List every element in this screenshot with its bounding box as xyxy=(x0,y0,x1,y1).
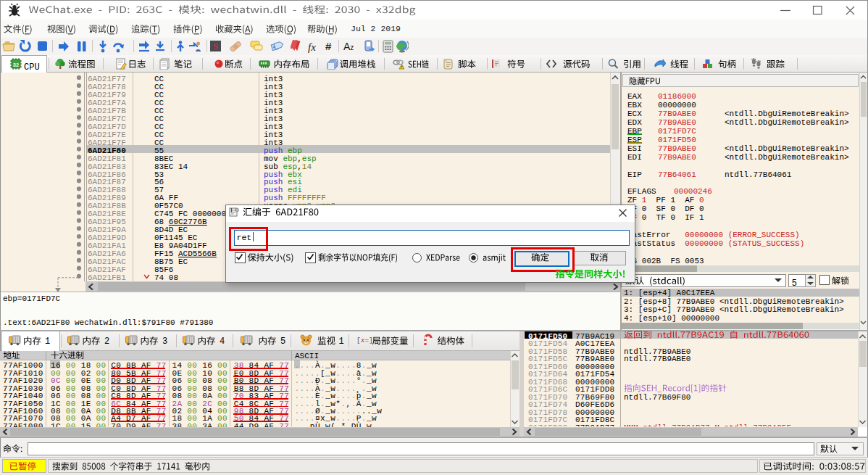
svg-text:S: S xyxy=(213,41,218,51)
svg-text:32: 32 xyxy=(13,62,19,68)
